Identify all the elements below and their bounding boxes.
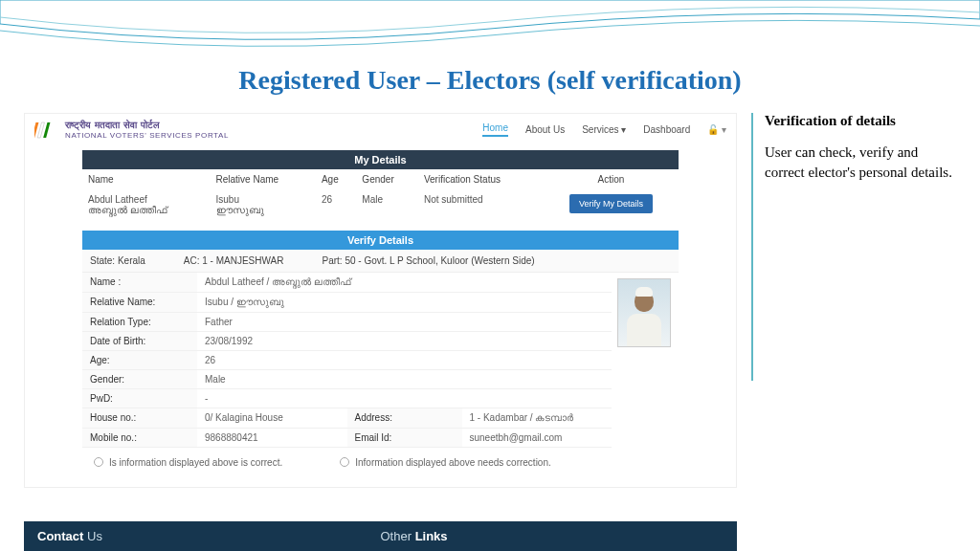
radio-icon xyxy=(340,457,349,467)
label-address: Address: xyxy=(347,408,462,428)
value-email: suneetbh@gmail.com xyxy=(462,429,612,447)
label-dob: Date of Birth: xyxy=(82,332,197,350)
meta-ac: AC: 1 - MANJESHWAR xyxy=(184,255,284,266)
main-nav: Home About Us Services ▾ Dashboard 🔓 ▾ xyxy=(482,122,726,137)
logo-text-english: NATIONAL VOTERS' SERVICES PORTAL xyxy=(65,131,229,141)
value-name: Abdul Latheef / അബ്ദുൽ ലത്തീഫ് xyxy=(197,273,612,292)
cell-status: Not submitted xyxy=(418,189,544,221)
meta-state: State: Kerala xyxy=(90,255,145,266)
label-age: Age: xyxy=(82,351,197,369)
elector-photo xyxy=(612,273,679,448)
chevron-down-icon: ▾ xyxy=(619,124,627,135)
label-relative: Relative Name: xyxy=(82,293,197,312)
verify-details-panel: Verify Details State: Kerala AC: 1 - MAN… xyxy=(82,231,679,477)
nav-dashboard[interactable]: Dashboard xyxy=(643,124,690,135)
label-email: Email Id: xyxy=(347,429,462,447)
cell-name: Abdul Latheefഅബ്ദുൽ ലത്തീഫ് xyxy=(82,189,211,221)
table-row: Abdul Latheefഅബ്ദുൽ ലത്തീഫ് Isubuഈസുബു 2… xyxy=(82,189,679,221)
slide-title: Registered User – Electors (self verific… xyxy=(0,65,980,96)
label-gender: Gender: xyxy=(82,370,197,388)
label-reltype: Relation Type: xyxy=(82,313,197,331)
sidebar-body: User can check, verify and correct elect… xyxy=(765,143,956,183)
cell-age: 26 xyxy=(316,189,356,221)
col-action: Action xyxy=(544,169,679,189)
verify-meta-row: State: Kerala AC: 1 - MANJESHWAR Part: 5… xyxy=(82,250,679,273)
col-name: Name xyxy=(82,169,211,189)
verify-details-header: Verify Details xyxy=(82,231,679,250)
my-details-table: Name Relative Name Age Gender Verificati… xyxy=(82,169,679,221)
logo-text-hindi: राष्ट्रीय मतदाता सेवा पोर्टल xyxy=(65,120,229,131)
user-icon: 🔓 xyxy=(707,124,719,135)
label-name: Name : xyxy=(82,273,197,292)
confirmation-radios: Is information displayed above is correc… xyxy=(82,448,679,477)
cell-relative: Isubuഈസുബു xyxy=(211,189,316,221)
col-relative: Relative Name xyxy=(211,169,316,189)
cell-action: Verify My Details xyxy=(544,189,679,221)
user-menu[interactable]: 🔓 ▾ xyxy=(707,124,726,135)
radio-icon xyxy=(94,457,103,467)
nav-home[interactable]: Home xyxy=(482,122,508,137)
value-dob: 23/08/1992 xyxy=(197,332,612,350)
portal-logo: राष्ट्रीय मतदाता सेवा पोर्टल NATIONAL VO… xyxy=(34,120,229,141)
table-header-row: Name Relative Name Age Gender Verificati… xyxy=(82,169,679,189)
explanation-sidebar: Verification of details User can check, … xyxy=(751,113,956,381)
verify-my-details-button[interactable]: Verify My Details xyxy=(569,194,653,213)
col-gender: Gender xyxy=(356,169,418,189)
meta-part: Part: 50 - Govt. L P School, Kuloor (Wes… xyxy=(322,255,534,266)
radio-needs-correction[interactable]: Information displayed above needs correc… xyxy=(340,457,551,468)
svg-rect-1 xyxy=(37,122,44,138)
footer-other-links[interactable]: Other Links xyxy=(381,529,724,543)
photo-frame xyxy=(617,278,671,347)
verify-fields: Name :Abdul Latheef / അബ്ദുൽ ലത്തീഫ് Rel… xyxy=(82,273,612,448)
cell-gender: Male xyxy=(356,189,418,221)
my-details-header: My Details xyxy=(82,150,679,169)
footer-contact[interactable]: Contact Us xyxy=(37,529,381,543)
value-gender: Male xyxy=(197,370,612,388)
nav-services[interactable]: Services ▾ xyxy=(582,124,626,135)
nvsp-logo-icon xyxy=(34,121,59,140)
value-pwd: - xyxy=(197,389,612,408)
my-details-panel: My Details Name Relative Name Age Gender… xyxy=(82,150,679,221)
portal-screenshot-panel: राष्ट्रीय मतदाता सेवा पोर्टल NATIONAL VO… xyxy=(24,113,737,488)
svg-rect-2 xyxy=(43,122,50,138)
chevron-down-icon: ▾ xyxy=(722,124,726,135)
sidebar-heading: Verification of details xyxy=(765,113,956,129)
nav-about[interactable]: About Us xyxy=(525,124,565,135)
portal-footer: Contact Us Other Links xyxy=(24,521,737,551)
value-house: 0/ Kalagina House xyxy=(197,408,347,428)
radio-correct[interactable]: Is information displayed above is correc… xyxy=(94,457,282,468)
value-age: 26 xyxy=(197,351,612,369)
col-status: Verification Status xyxy=(418,169,544,189)
label-mobile: Mobile no.: xyxy=(82,429,197,447)
value-address: 1 - Kadambar / കടമ്പാർ xyxy=(462,408,612,428)
portal-header: राष्ट्रीय मतदाता सेवा पोर्टल NATIONAL VO… xyxy=(25,114,736,144)
decorative-wave xyxy=(0,0,980,57)
value-mobile: 9868880421 xyxy=(197,429,347,447)
label-pwd: PwD: xyxy=(82,389,197,408)
value-reltype: Father xyxy=(197,313,612,331)
value-relative: Isubu / ഈസുബു xyxy=(197,293,612,312)
label-house: House no.: xyxy=(82,408,197,428)
col-age: Age xyxy=(316,169,356,189)
